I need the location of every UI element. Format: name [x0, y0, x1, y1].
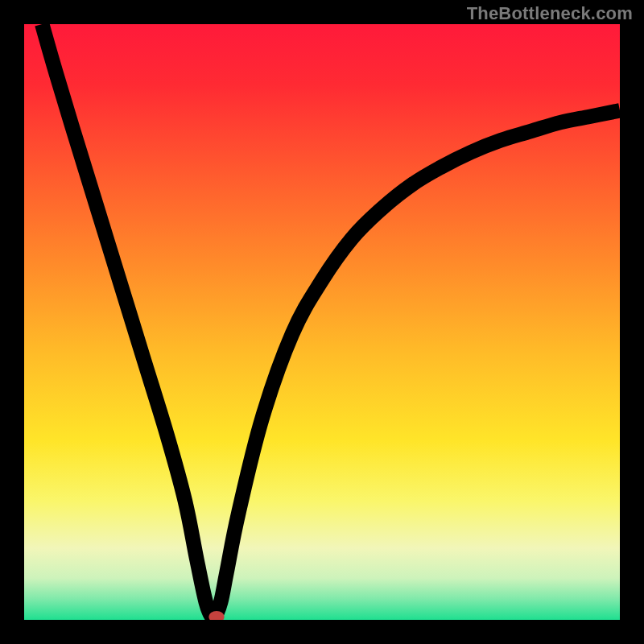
watermark-text: TheBottleneck.com [467, 3, 633, 24]
bottleneck-curve [42, 24, 620, 619]
curve-layer [24, 24, 620, 620]
plot-area [24, 24, 620, 620]
chart-frame: TheBottleneck.com [0, 0, 644, 644]
